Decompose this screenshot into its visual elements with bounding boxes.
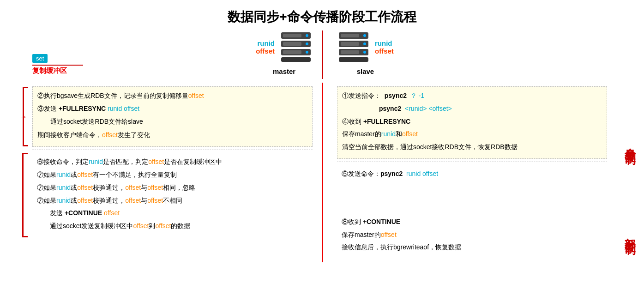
title-section: 数据同步+命令传播阶段工作流程: [0, 0, 644, 30]
svg-rect-17: [341, 34, 359, 37]
left-partial-row-1: ⑥接收命令，判定runid是否匹配，判定offset是否在复制缓冲区中: [37, 157, 308, 168]
svg-point-16: [363, 51, 366, 54]
right-full-row-1: ①发送指令： psync2 ？ -1: [342, 91, 602, 102]
master-label: master: [273, 67, 295, 75]
partial-sync-label: 部分复制: [623, 203, 638, 262]
left-full-row-2: ③发送 +FULLRESYNC runid offset: [37, 103, 307, 115]
svg-rect-3: [281, 57, 311, 62]
left-full-sync-section: → ②执行bgsave生成RDB文件，记录当前的复制偏移量offset ③发送 …: [32, 86, 313, 147]
slave-server-icon: [337, 30, 370, 64]
main-title: 数据同步+命令传播阶段工作流程: [228, 10, 416, 24]
svg-point-6: [306, 51, 308, 54]
left-partial-row-2: ⑦如果runid或offset有一个不满足，执行全量复制: [37, 169, 308, 181]
content-area: → ②执行bgsave生成RDB文件，记录当前的复制偏移量offset ③发送 …: [0, 83, 644, 262]
left-partial-row-6: 通过socket发送复制缓冲区中offset到offset的数据: [37, 221, 308, 232]
svg-point-15: [363, 42, 366, 45]
right-full-sync-section: ①发送指令： psync2 ？ -1 psync2 <runid> <offse…: [337, 86, 607, 159]
master-server-icon: [279, 30, 313, 64]
right-full-row-5: 清空当前全部数据，通过socket接收RDB文件，恢复RDB数据: [342, 142, 602, 153]
right-partial-sync-section: ⑤发送命令：psync2 runid offset ⑧收到 +CONTINUE …: [337, 165, 607, 259]
svg-point-14: [363, 34, 366, 37]
right-full-row-2: psync2 <runid> <offset>: [342, 103, 602, 115]
svg-rect-13: [339, 57, 368, 62]
left-full-row-3: 通过socket发送RDB文件给slave: [37, 116, 307, 127]
left-partial-row-5: 发送 +CONTINUE offset: [37, 208, 308, 219]
full-sync-label: 全量复制: [623, 83, 638, 203]
set-badge: set: [32, 54, 48, 63]
svg-point-5: [306, 42, 308, 45]
left-column: → ②执行bgsave生成RDB文件，记录当前的复制偏移量offset ③发送 …: [0, 83, 322, 262]
page-container: 数据同步+命令传播阶段工作流程 set 复制缓冲区 runid offset: [0, 0, 644, 262]
right-full-row-3: ④收到 +FULLRESYNC: [342, 116, 602, 127]
right-partial-row-2: ⑧收到 +CONTINUE: [342, 217, 602, 228]
right-partial-row-1: ⑤发送命令：psync2 runid offset: [342, 169, 602, 180]
slave-runid-label: runid: [375, 39, 392, 47]
buffer-label: 复制缓冲区: [32, 66, 67, 75]
left-partial-row-4: ⑦如果runid或offset校验通过，offset与offset不相同: [37, 195, 308, 206]
left-partial-row-3: ⑦如果runid或offset校验通过，offset与offset相同，忽略: [37, 182, 308, 193]
slave-offset-label: offset: [375, 47, 394, 55]
left-partial-sync-section: ⑥接收命令，判定runid是否匹配，判定offset是否在复制缓冲区中 ⑦如果r…: [32, 153, 313, 237]
svg-rect-19: [341, 50, 359, 54]
master-offset-label: offset: [256, 47, 275, 55]
right-column: 全量复制 部分复制 ①发送指令： psync2 ？ -1 psync2 <run…: [322, 83, 644, 262]
svg-rect-7: [283, 34, 301, 37]
left-full-row-1: ②执行bgsave生成RDB文件，记录当前的复制偏移量offset: [37, 91, 307, 102]
svg-rect-18: [341, 42, 359, 46]
right-full-row-4: 保存master的runid和offset: [342, 129, 602, 140]
svg-rect-9: [283, 50, 301, 54]
right-partial-row-4: 接收信息后，执行bgrewriteaof，恢复数据: [342, 242, 602, 253]
right-partial-row-3: 保存master的offset: [342, 230, 602, 241]
svg-rect-8: [283, 42, 301, 46]
slave-label: slave: [357, 67, 374, 75]
master-runid-label: runid: [258, 39, 275, 47]
svg-point-4: [306, 34, 308, 37]
left-full-row-4: 期间接收客户端命令，offset发生了变化: [37, 130, 307, 141]
